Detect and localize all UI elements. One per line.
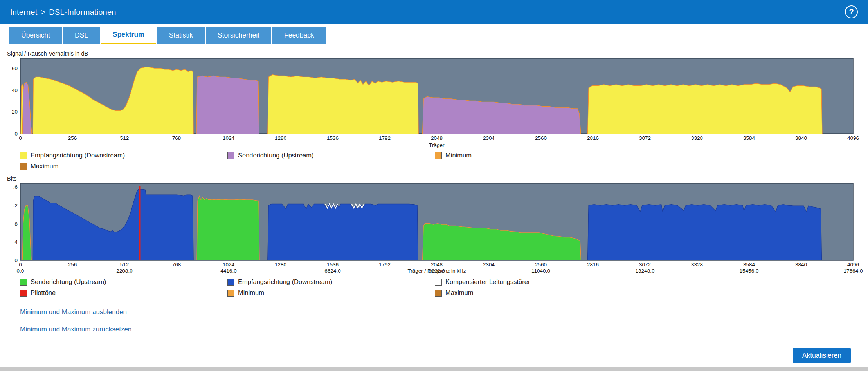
- svg-text:2048: 2048: [431, 262, 443, 268]
- help-icon[interactable]: ?: [845, 5, 858, 18]
- svg-text:2816: 2816: [587, 262, 599, 268]
- svg-text:4096: 4096: [847, 262, 859, 268]
- legend-downstream-label: Empfangsrichtung (Downstream): [238, 278, 332, 286]
- svg-text:Träger: Träger: [429, 142, 445, 148]
- svg-text:512: 512: [120, 135, 129, 141]
- svg-text:3072: 3072: [639, 135, 651, 141]
- action-bar: Aktualisieren: [793, 348, 851, 363]
- header: Internet>DSL-Informationen ?: [0, 0, 868, 24]
- bits-chart: 048.2.6025651276810241280153617922048230…: [7, 183, 856, 275]
- svg-text:13248.0: 13248.0: [636, 268, 655, 274]
- svg-text:2304: 2304: [483, 135, 495, 141]
- breadcrumb-separator: >: [41, 8, 45, 16]
- svg-text:1280: 1280: [275, 135, 286, 141]
- svg-text:2304: 2304: [483, 262, 495, 268]
- legend-upstream-swatch: [227, 152, 234, 159]
- snr-chart-title: Signal / Rausch-Verhältnis in dB: [7, 51, 868, 57]
- svg-text:768: 768: [172, 262, 181, 268]
- svg-text:15456.0: 15456.0: [740, 268, 759, 274]
- main-content: Signal / Rausch-Verhältnis in dB 0204060…: [0, 51, 868, 333]
- legend-pilot-swatch: [20, 290, 27, 297]
- svg-text:1792: 1792: [379, 135, 391, 141]
- legend-downstream-swatch: [20, 152, 27, 159]
- svg-text:2208.0: 2208.0: [116, 268, 132, 274]
- svg-text:3840: 3840: [795, 135, 807, 141]
- svg-text:3328: 3328: [691, 135, 703, 141]
- tab-dsl[interactable]: DSL: [63, 27, 100, 44]
- legend-maximum: Maximum: [435, 289, 868, 297]
- svg-text:0: 0: [14, 131, 18, 137]
- svg-text:256: 256: [68, 262, 77, 268]
- legend-maximum-label: Maximum: [31, 163, 59, 170]
- svg-text:4416.0: 4416.0: [220, 268, 236, 274]
- legend-upstream-label: Senderichtung (Upstream): [238, 152, 314, 159]
- breadcrumb-section[interactable]: Internet: [10, 8, 37, 16]
- legend-upstream-swatch: [20, 279, 27, 286]
- bits-chart-title: Bits: [7, 176, 868, 182]
- svg-text:4: 4: [14, 239, 18, 245]
- refresh-button[interactable]: Aktualisieren: [793, 348, 851, 363]
- svg-text:3584: 3584: [743, 262, 755, 268]
- svg-text:0: 0: [19, 262, 22, 268]
- svg-text:4096: 4096: [847, 135, 859, 141]
- legend-minimum-swatch: [227, 290, 234, 297]
- legend-maximum-label: Maximum: [445, 289, 474, 297]
- legend-maximum-swatch: [20, 163, 27, 170]
- svg-text:8: 8: [14, 221, 18, 227]
- svg-text:1536: 1536: [327, 262, 339, 268]
- svg-text:1792: 1792: [379, 262, 391, 268]
- svg-text:6624.0: 6624.0: [324, 268, 340, 274]
- legend-downstream-swatch: [227, 279, 234, 286]
- svg-text:2048: 2048: [431, 135, 443, 141]
- tab-uebersicht[interactable]: Übersicht: [9, 27, 62, 44]
- legend-downstream-label: Empfangsrichtung (Downstream): [31, 152, 125, 159]
- svg-text:768: 768: [172, 135, 181, 141]
- svg-text:60: 60: [12, 65, 18, 71]
- svg-text:40: 40: [12, 87, 18, 93]
- svg-text:1024: 1024: [223, 262, 235, 268]
- svg-text:256: 256: [68, 135, 77, 141]
- svg-text:1536: 1536: [327, 135, 339, 141]
- tab-stoersicherheit[interactable]: Störsicherheit: [206, 27, 271, 44]
- svg-text:11040.0: 11040.0: [531, 268, 550, 274]
- svg-text:3328: 3328: [691, 262, 703, 268]
- legend-maximum: Maximum: [20, 163, 227, 170]
- svg-text:1024: 1024: [223, 135, 235, 141]
- tab-spektrum[interactable]: Spektrum: [101, 27, 156, 44]
- link-list: Minimum und Maximum ausblenden Minimum u…: [20, 308, 868, 333]
- legend-interferer-label: Kompensierter Leitungsstörer: [445, 278, 530, 286]
- svg-text:3840: 3840: [795, 262, 807, 268]
- legend-interferer-swatch: [435, 279, 442, 286]
- legend-downstream: Empfangsrichtung (Downstream): [227, 278, 435, 286]
- tab-feedback[interactable]: Feedback: [272, 27, 326, 44]
- bottom-strip: [0, 367, 868, 371]
- legend-pilot: Pilottöne: [20, 289, 227, 297]
- legend-downstream: Empfangsrichtung (Downstream): [20, 152, 227, 159]
- reset-minmax-link[interactable]: Minimum und Maximum zurücksetzen: [20, 326, 868, 333]
- hide-minmax-link[interactable]: Minimum und Maximum ausblenden: [20, 308, 868, 316]
- svg-text:3072: 3072: [639, 262, 651, 268]
- bits-chart-legend: Senderichtung (Upstream)Empfangsrichtung…: [20, 278, 868, 297]
- snr-chart: 0204060025651276810241280153617922048230…: [7, 58, 856, 148]
- svg-text:0.0: 0.0: [17, 268, 24, 274]
- legend-pilot-label: Pilottöne: [31, 289, 56, 297]
- svg-text:2816: 2816: [587, 135, 599, 141]
- svg-text:.2: .2: [13, 203, 18, 208]
- legend-upstream: Senderichtung (Upstream): [227, 152, 435, 159]
- svg-text:.6: .6: [13, 184, 18, 190]
- legend-minimum: Minimum: [435, 152, 868, 159]
- tab-statistik[interactable]: Statistik: [157, 27, 205, 44]
- breadcrumb: Internet>DSL-Informationen: [10, 8, 116, 17]
- svg-text:2560: 2560: [535, 135, 547, 141]
- legend-upstream-label: Senderichtung (Upstream): [31, 278, 106, 286]
- snr-chart-legend: Empfangsrichtung (Downstream)Senderichtu…: [20, 152, 868, 170]
- svg-text:1280: 1280: [275, 262, 286, 268]
- breadcrumb-page: DSL-Informationen: [49, 8, 116, 16]
- legend-minimum: Minimum: [227, 289, 435, 297]
- page: Internet>DSL-Informationen ? ÜbersichtDS…: [0, 0, 868, 371]
- svg-text:20: 20: [12, 109, 18, 115]
- svg-text:0: 0: [19, 135, 22, 141]
- svg-text:2560: 2560: [535, 262, 547, 268]
- legend-minimum-label: Minimum: [445, 152, 472, 159]
- svg-text:3584: 3584: [743, 135, 755, 141]
